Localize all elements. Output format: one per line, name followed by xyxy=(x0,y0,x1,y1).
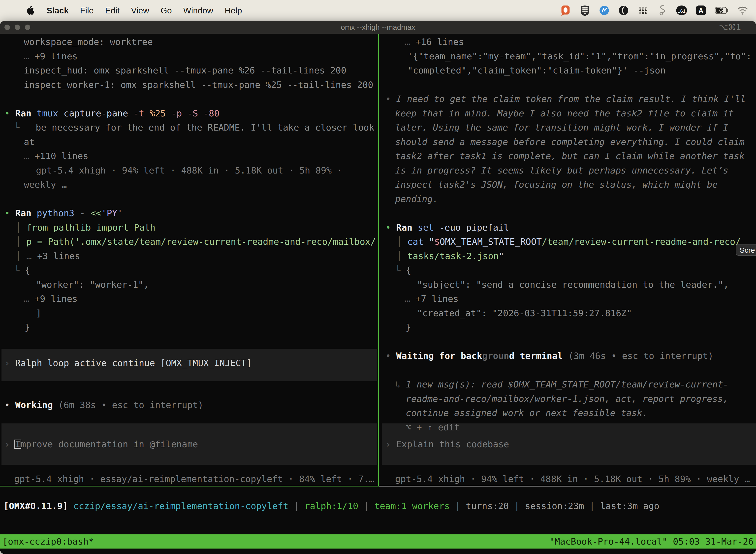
screen-recording-indicator-icon[interactable] xyxy=(560,4,571,16)
squiggle-icon[interactable] xyxy=(656,4,668,16)
window-titlebar[interactable]: omx --xhigh --madmax ⌥⌘1 xyxy=(0,21,756,34)
menu-item-view[interactable]: View xyxy=(131,6,149,15)
dark-crescent-icon[interactable] xyxy=(618,4,630,16)
omx-status-line: [OMX#0.11.9] cczip/essay/ai-reimplementa… xyxy=(3,499,659,513)
screen-sharing-overlay[interactable]: Scre xyxy=(736,244,756,256)
menu-item-go[interactable]: Go xyxy=(161,6,172,15)
badge-61-label: ..61 xyxy=(678,8,686,14)
tmux-status-bar: [omx-cczip0:bash* "MacBook-Pro-44.local"… xyxy=(0,535,756,549)
menu-item-slack[interactable]: Slack xyxy=(47,6,69,15)
battery-icon[interactable] xyxy=(714,4,729,16)
menu-item-window[interactable]: Window xyxy=(183,6,213,15)
menu-items: SlackFileEditViewGoWindowHelp xyxy=(0,5,242,15)
omx-status-area: [OMX#0.11.9] cczip/essay/ai-reimplementa… xyxy=(0,34,756,554)
menu-item-edit[interactable]: Edit xyxy=(105,6,120,15)
tmux-session-label: [omx-cczip0:bash* xyxy=(2,535,94,549)
window-title: omx --xhigh --madmax xyxy=(0,21,756,34)
terminal-body: workspace_mode: worktree… +9 linesinspec… xyxy=(0,34,756,554)
menu-status-icons: ..61 A xyxy=(560,4,756,16)
menu-bar: SlackFileEditViewGoWindowHelp xyxy=(0,0,756,21)
keypad-shield-icon[interactable] xyxy=(579,4,591,16)
terminal-window: omx --xhigh --madmax ⌥⌘1 workspace_mode:… xyxy=(0,21,756,554)
badge-61-icon[interactable]: ..61 xyxy=(676,4,688,16)
menu-item-help[interactable]: Help xyxy=(225,6,242,15)
menu-item-file[interactable]: File xyxy=(80,6,94,15)
window-shortcut: ⌥⌘1 xyxy=(719,21,741,34)
tmux-host-clock: "MacBook-Pro-44.local" 05:03 31-Mar-26 xyxy=(549,535,754,549)
dots-grid-icon[interactable] xyxy=(637,4,649,16)
blue-zigzag-icon[interactable] xyxy=(598,4,610,16)
input-source-icon[interactable]: A xyxy=(695,4,707,16)
input-source-label: A xyxy=(698,7,703,14)
wifi-icon[interactable] xyxy=(737,4,749,16)
apple-logo-icon[interactable] xyxy=(25,5,35,15)
